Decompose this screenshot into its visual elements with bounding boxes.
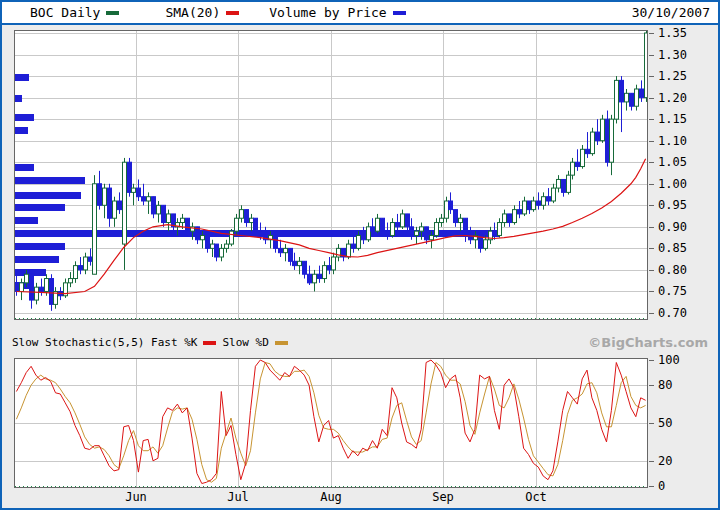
month-label: Aug: [311, 490, 351, 504]
axis-tick-label: 1.15: [654, 112, 687, 126]
sma-swatch-icon: [226, 11, 239, 15]
axis-tick-label: 0.95: [654, 198, 687, 212]
stochastic-d-label: Slow %D: [222, 336, 268, 349]
vbp-label: Volume by Price: [269, 5, 386, 20]
axis-tick-label: 1.10: [654, 134, 687, 148]
axis-tick-label: 1.05: [654, 155, 687, 169]
bigcharts-watermark: ©BigCharts.com: [588, 334, 708, 351]
candlestick-svg: [14, 30, 648, 320]
price-axis: 1.351.301.251.201.151.101.051.000.950.90…: [654, 30, 718, 320]
stochastic-d-swatch-icon: [275, 341, 288, 345]
axis-tick-label: 1.30: [654, 48, 687, 62]
stochastic-chart: [14, 358, 648, 488]
axis-tick-label: 1.25: [654, 69, 687, 83]
month-label: Jul: [218, 490, 258, 504]
bigcharts-page: BOC Daily SMA(20) Volume by Price 30/10/…: [0, 0, 720, 510]
stochastic-k-swatch-icon: [203, 341, 216, 345]
sma-label: SMA(20): [165, 5, 220, 20]
chart-date: 30/10/2007: [632, 2, 710, 23]
main-chart-legend: BOC Daily SMA(20) Volume by Price 30/10/…: [2, 2, 718, 25]
axis-tick-label: 0.70: [654, 306, 687, 320]
stochastic-k-label: Slow Stochastic(5,5) Fast %K: [12, 336, 197, 349]
stochastic-svg: [14, 358, 648, 488]
month-label: Sep: [423, 490, 463, 504]
axis-tick-label: 1.35: [654, 26, 687, 40]
axis-tick-label: 0.90: [654, 220, 687, 234]
month-label: Oct: [516, 490, 556, 504]
axis-tick-label: 1.00: [654, 177, 687, 191]
axis-tick-label: 50: [654, 416, 672, 430]
axis-tick-label: 100: [654, 353, 680, 367]
symbol-label: BOC Daily: [30, 5, 100, 20]
stochastic-axis: 1008050200: [654, 358, 718, 488]
month-axis: JunJulAugSepOct: [2, 490, 718, 506]
main-price-chart: [14, 30, 648, 320]
axis-tick-label: 0.85: [654, 241, 687, 255]
price-series-swatch-icon: [106, 11, 119, 15]
axis-tick-label: 0.75: [654, 284, 687, 298]
month-label: Jun: [116, 490, 156, 504]
axis-tick-label: 20: [654, 454, 672, 468]
vbp-swatch-icon: [393, 11, 406, 15]
stochastic-legend: Slow Stochastic(5,5) Fast %K Slow %D: [12, 334, 294, 351]
axis-tick-label: 1.20: [654, 91, 687, 105]
axis-tick-label: 80: [654, 378, 672, 392]
axis-tick-label: 0.80: [654, 263, 687, 277]
